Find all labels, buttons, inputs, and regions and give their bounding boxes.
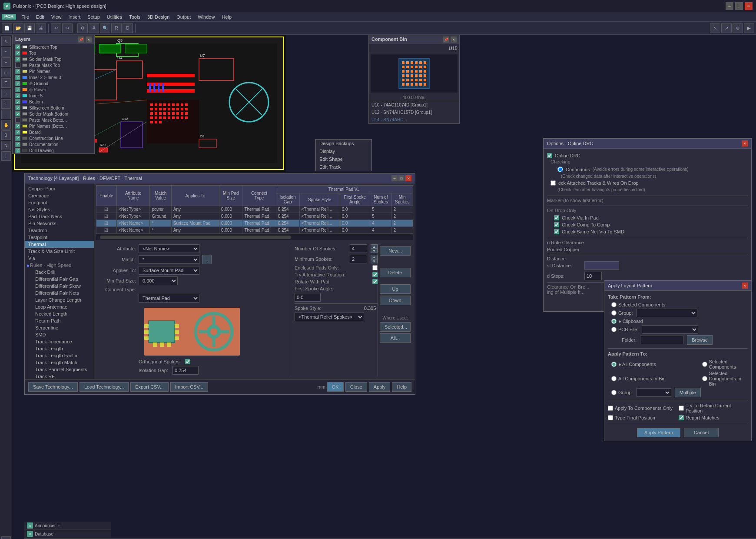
layer-check[interactable]: ✓ — [15, 81, 20, 86]
layer-bottom[interactable]: ✓ Bottom — [13, 99, 94, 105]
layer-check[interactable]: ✓ — [15, 44, 20, 50]
multiple-btn[interactable]: Multiple — [675, 388, 701, 397]
tool-route[interactable]: ~ — [1, 47, 11, 57]
folder-input[interactable] — [640, 336, 683, 344]
tool-net[interactable]: N — [1, 141, 11, 150]
tool-text[interactable]: T — [1, 78, 11, 88]
down-btn[interactable]: Down — [380, 296, 411, 305]
layer-board[interactable]: ✓ Board — [13, 129, 94, 135]
tree-track-rf[interactable]: Track RF — [25, 373, 94, 379]
tree-diff-pair-nets[interactable]: Differential Pair Nets — [25, 289, 94, 296]
menu-setup[interactable]: Setup — [84, 13, 103, 20]
maximize-btn[interactable]: □ — [735, 2, 743, 10]
min-pad-select[interactable]: 0.000 — [139, 276, 178, 285]
menu-3d[interactable]: 3D Design — [144, 13, 173, 20]
match-browse[interactable]: ... — [202, 255, 212, 264]
layer-check[interactable]: ✓ — [15, 136, 20, 141]
menu-edit[interactable]: Edit — [33, 13, 48, 20]
tree-copper-pour[interactable]: Copper Pour — [25, 185, 94, 192]
import-csv-btn[interactable]: Import CSV... — [170, 382, 208, 392]
layer-check[interactable]: ✓ — [15, 57, 20, 62]
menu-tools[interactable]: Tools — [126, 13, 144, 20]
layer-solder-mask-top[interactable]: ✓ Solder Mask Top — [13, 56, 94, 62]
toolbar-select[interactable]: ↖ — [710, 23, 720, 33]
comp-item-2[interactable]: U12 - SN74AHC157D [Group1] — [369, 109, 459, 116]
enclosed-check[interactable] — [372, 265, 378, 270]
layer-check[interactable] — [15, 63, 20, 68]
layers-close[interactable]: ✕ — [86, 37, 92, 43]
ortho-check[interactable] — [185, 359, 190, 364]
tool-A[interactable]: A — [1, 536, 11, 539]
tree-track-parallel[interactable]: Track Parallel Segments — [25, 366, 94, 373]
toolbar-select2[interactable]: ↗ — [721, 23, 732, 33]
apply-pattern-btn[interactable]: Apply Pattern — [637, 428, 680, 437]
tool-measure[interactable]: ↔ — [1, 89, 11, 98]
applies-select[interactable]: Surface Mount Pad — [139, 266, 199, 275]
layer-paste-bottom[interactable]: Paste Mask Botto... — [13, 117, 94, 123]
menu-file[interactable]: File — [18, 13, 33, 20]
tree-track-length[interactable]: Track Length — [25, 345, 94, 352]
menu-insert[interactable]: Insert — [65, 13, 84, 20]
radio-sel-comps-input[interactable] — [702, 362, 707, 367]
toolbar-new[interactable]: 📄 — [2, 23, 12, 33]
tool-zoom-in[interactable]: + — [1, 99, 11, 109]
tree-track-length-factor[interactable]: Track Length Factor — [25, 352, 94, 359]
tech-minimize[interactable]: ─ — [391, 175, 398, 181]
menu-output[interactable]: Output — [173, 13, 194, 20]
toolbar-print[interactable]: 🖨 — [36, 23, 46, 33]
layer-check[interactable]: ✓ — [15, 130, 20, 135]
toolbar-zoom[interactable]: 🔍 — [100, 23, 110, 33]
load-tech-btn[interactable]: Load Technology... — [80, 382, 129, 392]
type-final-check[interactable] — [608, 415, 613, 420]
tool-shape[interactable]: □ — [1, 68, 11, 77]
toolbar-action[interactable]: ⊕ — [733, 23, 743, 33]
toolbar-redo[interactable]: ↪ — [62, 23, 73, 33]
match-select[interactable]: * — [139, 255, 199, 264]
radio-all-bin-input[interactable] — [611, 376, 617, 381]
menu-utilities[interactable]: Utilities — [103, 13, 126, 20]
layer-documentation[interactable]: ✓ Documentation — [13, 141, 94, 147]
radio-apply-group-input[interactable] — [611, 390, 617, 395]
tree-track-via-limit[interactable]: Track & Via Size Limit — [25, 248, 94, 255]
comp-item-3[interactable]: U14 - SN74AHC... — [369, 116, 459, 123]
radio-selected-comps-input[interactable] — [611, 302, 617, 307]
menu-view[interactable]: View — [48, 13, 65, 20]
tree-back-drill[interactable]: Back Drill — [25, 269, 94, 276]
layer-check[interactable] — [15, 117, 20, 123]
toolbar-more[interactable]: ▶ — [744, 23, 754, 33]
tree-necked-length[interactable]: Necked Length — [25, 310, 94, 317]
layers-pin[interactable]: 📌 — [78, 37, 84, 43]
radio-pcb-input[interactable] — [611, 327, 617, 332]
layer-check[interactable]: ✓ — [15, 111, 20, 116]
min-spokes-up[interactable]: ▲ — [371, 255, 378, 259]
layer-silkscreen-top[interactable]: ✓ Silkscreen Top — [13, 44, 94, 50]
continuous-radio[interactable] — [557, 166, 563, 172]
toolbar-drc[interactable]: D — [123, 23, 133, 33]
toolbar-settings[interactable]: ⚙ — [77, 23, 88, 33]
layer-pin-names-bottom[interactable]: ✓ Pin Names (Botto... — [13, 123, 94, 129]
menu-window[interactable]: Window — [194, 13, 218, 20]
tree-diff-pair-skew[interactable]: Differential Pair Skew — [25, 283, 94, 289]
ok-btn[interactable]: OK — [327, 382, 344, 392]
close-btn-tech[interactable]: Close — [345, 382, 367, 392]
report-matches-check[interactable] — [679, 415, 684, 420]
comp-bin-pin[interactable]: 📌 — [443, 37, 449, 43]
drc-close[interactable]: ✕ — [742, 140, 748, 146]
layer-check[interactable]: ✓ — [15, 69, 20, 74]
spoke-style-select[interactable]: <Thermal Relief Spokes> — [295, 313, 364, 321]
announcer-item[interactable]: A Announcer E — [24, 522, 111, 530]
toolbar-open[interactable]: 📂 — [13, 23, 23, 33]
table-row-selected[interactable]: ☑ <Net Name> * Surface Mount Pad 0.000 T… — [96, 220, 413, 227]
comp-bin-close[interactable]: ✕ — [451, 37, 457, 43]
tool-zoom-out[interactable]: - — [1, 110, 11, 119]
ctx-design-backups[interactable]: Design Backups — [316, 140, 371, 147]
tracks-checkbox[interactable] — [550, 180, 556, 186]
ctx-edit-shape[interactable]: Edit Shape — [316, 155, 371, 163]
tree-track-length-match[interactable]: Track Length Match — [25, 359, 94, 366]
layer-check[interactable]: ✓ — [15, 142, 20, 147]
apply-btn[interactable]: Apply — [369, 382, 391, 392]
tree-footprint[interactable]: Footprint — [25, 199, 94, 206]
tree-diff-pair-gap[interactable]: Differential Pair Gap — [25, 276, 94, 283]
tool-pan[interactable]: ✋ — [1, 120, 11, 130]
layer-check[interactable]: ✓ — [15, 105, 20, 110]
